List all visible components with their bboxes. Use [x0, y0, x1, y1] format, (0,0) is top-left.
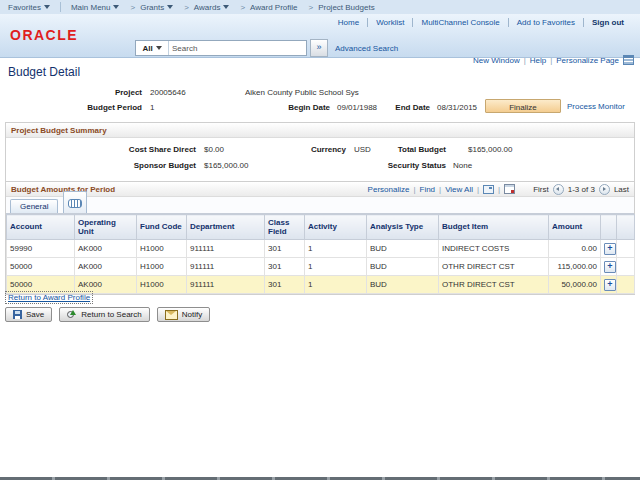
- search-scope-dropdown[interactable]: All: [136, 41, 169, 55]
- cell-budget-item: OTHR DIRECT CST: [439, 258, 549, 276]
- cell-fund-code: H1000: [137, 240, 187, 258]
- cell-operating-unit: AK000: [75, 276, 137, 294]
- main-menu-label: Main Menu: [71, 3, 111, 12]
- first-label[interactable]: First: [533, 185, 549, 194]
- col-class-field: Class Field: [265, 215, 305, 240]
- cell-fund-code: H1000: [137, 258, 187, 276]
- currency-label: Currency: [281, 145, 346, 154]
- help-link[interactable]: Help: [530, 56, 546, 65]
- tab-general[interactable]: General: [10, 199, 58, 213]
- new-window-link[interactable]: New Window: [473, 56, 520, 65]
- show-all-columns-icon: [68, 199, 82, 208]
- previous-page-icon[interactable]: [553, 184, 564, 195]
- return-to-search-button[interactable]: Return to Search: [59, 307, 149, 322]
- add-row-button[interactable]: +: [604, 279, 616, 291]
- favorites-menu[interactable]: Favorites: [8, 3, 50, 12]
- sponsor-budget-value: $165,000.00: [204, 161, 249, 170]
- breadcrumb-divider: [60, 2, 61, 12]
- show-all-columns-button[interactable]: [63, 191, 87, 213]
- separator: |: [413, 185, 415, 194]
- cell-account: 59990: [7, 240, 75, 258]
- summary-box-header: Project Budget Summary: [6, 123, 634, 138]
- breadcrumb-item-label: Award Profile: [250, 3, 297, 12]
- cell-amount: 0.00: [549, 240, 601, 258]
- cell-class-field: 301: [265, 240, 305, 258]
- search-go-button[interactable]: »: [310, 39, 328, 57]
- summary-title: Project Budget Summary: [11, 126, 107, 135]
- project-budget-summary-box: Project Budget Summary Cost Share Direct…: [5, 122, 635, 183]
- zoom-popup-icon[interactable]: [483, 185, 494, 194]
- download-to-excel-icon[interactable]: [504, 184, 515, 194]
- col-account: Account: [7, 215, 75, 240]
- breadcrumb-item-award-profile[interactable]: Award Profile: [250, 3, 297, 12]
- nav-add-to-favorites[interactable]: Add to Favorites: [509, 18, 583, 27]
- main-menu[interactable]: Main Menu: [71, 3, 120, 12]
- cell-class-field: 301: [265, 276, 305, 294]
- personalize-page-link[interactable]: Personalize Page: [556, 56, 619, 65]
- save-label: Save: [26, 310, 44, 319]
- cell-blank: [617, 240, 635, 258]
- begin-date-value: 09/01/1988: [337, 103, 377, 112]
- cell-account: 50000: [7, 276, 75, 294]
- return-to-award-profile-link[interactable]: Return to Award Profile: [6, 292, 92, 303]
- chevron-down-icon: [223, 5, 229, 9]
- next-page-icon[interactable]: [599, 184, 610, 195]
- separator: |: [498, 185, 500, 194]
- view-all-link[interactable]: View All: [445, 185, 473, 194]
- grid-tab-strip: General: [6, 197, 634, 214]
- cell-operating-unit: AK000: [75, 258, 137, 276]
- breadcrumb: Favorites Main Menu > Grants > Awards > …: [0, 0, 640, 15]
- end-date-value: 08/31/2015: [437, 103, 477, 112]
- find-link[interactable]: Find: [420, 185, 436, 194]
- breadcrumb-separator: >: [184, 3, 189, 12]
- advanced-search-link[interactable]: Advanced Search: [335, 44, 398, 53]
- breadcrumb-separator: >: [240, 3, 245, 12]
- last-label[interactable]: Last: [614, 185, 629, 194]
- favorites-label: Favorites: [8, 3, 41, 12]
- sign-out-link[interactable]: Sign out: [584, 18, 632, 27]
- cell-budget-item: OTHR DIRECT CST: [439, 276, 549, 294]
- total-budget-label: Total Budget: [381, 145, 446, 154]
- save-button[interactable]: Save: [5, 307, 52, 322]
- project-label: Project: [70, 88, 142, 97]
- col-add: [601, 215, 617, 240]
- nav-home[interactable]: Home: [330, 18, 367, 27]
- chevron-down-icon: [113, 5, 119, 9]
- nav-worklist[interactable]: Worklist: [368, 18, 412, 27]
- search-box: All: [135, 40, 307, 56]
- page-action-links: New Window | Help | Personalize Page: [473, 55, 634, 65]
- col-budget-item: Budget Item: [439, 215, 549, 240]
- page-toolbar: Save Return to Search Notify: [5, 307, 210, 322]
- grid-header-bar: Budget Amounts for Period Personalize | …: [6, 182, 634, 197]
- search-bar: All » Advanced Search: [135, 39, 398, 57]
- notify-button[interactable]: Notify: [157, 307, 210, 322]
- notify-label: Notify: [182, 310, 202, 319]
- top-nav: Home Worklist MultiChannel Console Add t…: [330, 18, 632, 27]
- col-amount: Amount: [549, 215, 601, 240]
- col-operating-unit: Operating Unit: [75, 215, 137, 240]
- separator: |: [477, 185, 479, 194]
- begin-date-label: Begin Date: [255, 103, 330, 112]
- breadcrumb-item-grants[interactable]: Grants: [140, 3, 173, 12]
- personalize-link[interactable]: Personalize: [368, 185, 410, 194]
- cell-operating-unit: AK000: [75, 240, 137, 258]
- project-name: Aiken County Public School Sys: [245, 88, 359, 97]
- cell-department: 911111: [187, 276, 265, 294]
- http-grid-icon[interactable]: [623, 55, 634, 65]
- budget-amounts-table: Account Operating Unit Fund Code Departm…: [6, 214, 635, 294]
- add-row-button[interactable]: +: [604, 243, 616, 255]
- finalize-button[interactable]: Finalize: [485, 99, 561, 113]
- search-input[interactable]: [169, 41, 306, 55]
- budget-period-value: 1: [150, 103, 154, 112]
- process-monitor-link[interactable]: Process Monitor: [567, 102, 625, 111]
- breadcrumb-item-awards[interactable]: Awards: [194, 3, 230, 12]
- table-row: 50000 AK000 H1000 911111 301 1 BUD OTHR …: [7, 258, 635, 276]
- security-status-label: Security Status: [381, 161, 446, 170]
- breadcrumb-item-label: Grants: [140, 3, 164, 12]
- end-date-label: End Date: [382, 103, 430, 112]
- add-row-button[interactable]: +: [604, 261, 616, 273]
- nav-multichannel-console[interactable]: MultiChannel Console: [413, 18, 507, 27]
- budget-period-label: Budget Period: [55, 103, 142, 112]
- currency-value: USD: [354, 145, 371, 154]
- breadcrumb-item-project-budgets[interactable]: Project Budgets: [318, 3, 374, 12]
